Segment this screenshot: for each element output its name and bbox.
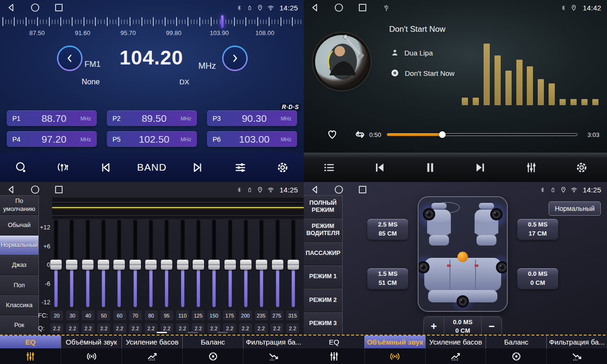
settings-gear-icon[interactable]: [272, 161, 293, 174]
nav-recents-icon[interactable]: [53, 184, 65, 195]
mixer-icon[interactable]: [521, 161, 542, 174]
fc-value-chip[interactable]: 125: [192, 310, 205, 320]
increase-delay-button[interactable]: +: [424, 317, 444, 337]
band-button[interactable]: BAND: [137, 162, 167, 173]
fc-value-chip[interactable]: 80: [145, 310, 158, 320]
eq-band-slider[interactable]: [193, 220, 204, 307]
fc-value-chip[interactable]: 150: [207, 310, 220, 320]
radio-broadcast-icon[interactable]: [53, 161, 74, 174]
mode-passenger[interactable]: ПАССАЖИР: [304, 242, 342, 265]
nav-back-icon[interactable]: [309, 184, 321, 195]
fc-value-chip[interactable]: 70: [129, 310, 142, 320]
eq-preset-default[interactable]: По умолчанию: [0, 195, 38, 215]
tab-surround[interactable]: Объёмный звук: [61, 336, 121, 364]
fc-value-chip[interactable]: 30: [66, 310, 79, 320]
next-station-icon[interactable]: [188, 161, 209, 174]
front-left-delay-button[interactable]: 2.5 MS 85 CM: [367, 219, 408, 240]
fc-value-chip[interactable]: 50: [97, 310, 110, 320]
fc-value-chip[interactable]: 200: [239, 310, 252, 320]
nav-recents-icon[interactable]: [357, 184, 368, 195]
tab-surround[interactable]: Объёмный звук: [364, 336, 425, 364]
nav-back-icon[interactable]: [309, 2, 321, 13]
eq-band-slider[interactable]: [208, 220, 220, 307]
fc-value-chip[interactable]: 175: [223, 310, 236, 320]
playlist-icon[interactable]: [318, 161, 339, 174]
eq-sliders-icon[interactable]: [230, 161, 251, 174]
nav-home-icon[interactable]: [333, 184, 345, 195]
tab-balance[interactable]: Баланс: [182, 336, 243, 364]
eq-band-slider[interactable]: [82, 220, 93, 307]
previous-track-icon[interactable]: [369, 161, 390, 174]
eq-band-slider[interactable]: [98, 220, 109, 307]
eq-preset-normal[interactable]: Нормальный: [0, 236, 38, 255]
nav-home-icon[interactable]: [29, 2, 41, 13]
delay-cm: 0 CM: [455, 327, 470, 335]
front-right-delay-button[interactable]: 0.5 MS 17 CM: [517, 219, 558, 240]
mode-driver[interactable]: РЕЖИМ ВОДИТЕЛЯ: [304, 218, 342, 242]
favorite-heart-icon[interactable]: [322, 128, 343, 140]
seek-bar[interactable]: [387, 133, 578, 136]
eq-band-slider[interactable]: [161, 220, 172, 307]
eq-band-slider[interactable]: [130, 220, 141, 307]
next-track-icon[interactable]: [470, 161, 491, 174]
nav-home-icon[interactable]: [29, 184, 41, 195]
eq-preset-classic[interactable]: Классика: [0, 295, 38, 315]
eq-preset-pop[interactable]: Поп: [0, 275, 38, 295]
sound-profile-button[interactable]: Нормальный: [549, 201, 601, 216]
preset-button-p5[interactable]: P5 102.50 MHz: [107, 131, 197, 147]
eq-band-slider[interactable]: [240, 220, 252, 307]
seek-bar-thumb[interactable]: [439, 131, 446, 138]
nav-home-icon[interactable]: [333, 2, 345, 13]
fc-value-chip[interactable]: 315: [286, 310, 299, 320]
nav-recents-icon[interactable]: [357, 2, 368, 13]
rear-right-delay-button[interactable]: 0.0 MS 0 CM: [517, 268, 558, 289]
eq-band-slider[interactable]: [288, 220, 299, 307]
fc-value-chip[interactable]: 275: [271, 310, 283, 320]
rear-left-delay-button[interactable]: 1.5 MS 51 CM: [367, 268, 408, 289]
fc-value-chip[interactable]: 40: [82, 310, 94, 320]
repeat-icon[interactable]: [349, 128, 370, 141]
tab-eq[interactable]: EQ: [0, 336, 61, 364]
tab-subwoofer-filter[interactable]: Фильтрация ба...: [546, 336, 607, 364]
mode-3[interactable]: РЕЖИМ 3: [304, 312, 342, 336]
previous-station-icon[interactable]: [95, 161, 116, 174]
preset-button-p1[interactable]: P1 88.70 MHz: [7, 110, 97, 126]
eq-band-slider[interactable]: [272, 220, 283, 307]
preset-button-p3[interactable]: P3 90.30 MHz: [207, 110, 297, 126]
tab-balance[interactable]: Баланс: [486, 336, 546, 364]
preset-button-p4[interactable]: P4 97.20 MHz: [7, 131, 97, 147]
preset-button-p2[interactable]: P2 89.50 MHz: [107, 110, 197, 126]
eq-band-slider[interactable]: [177, 220, 188, 307]
fc-value-chip[interactable]: 95: [160, 310, 173, 320]
nav-back-icon[interactable]: [6, 2, 17, 13]
tab-eq[interactable]: EQ: [304, 336, 364, 364]
eq-band-slider[interactable]: [50, 220, 62, 307]
eq-band-slider[interactable]: [224, 220, 236, 307]
eq-band-slider[interactable]: [145, 220, 157, 307]
mode-1[interactable]: РЕЖИМ 1: [304, 265, 342, 289]
tab-bass-boost[interactable]: Усиление басов: [425, 336, 486, 364]
tab-bass-boost[interactable]: Усиление басов: [121, 336, 182, 364]
frequency-ruler[interactable]: [0, 15, 304, 28]
eq-band-slider[interactable]: [66, 220, 77, 307]
seek-up-button[interactable]: [222, 46, 248, 71]
fc-value-chip[interactable]: 235: [255, 310, 268, 320]
fc-value-chip[interactable]: 60: [113, 310, 126, 320]
mode-full[interactable]: ПОЛНЫЙ РЕЖИМ: [304, 195, 342, 218]
seek-down-button[interactable]: [57, 46, 83, 71]
nav-back-icon[interactable]: [6, 184, 17, 195]
tab-subwoofer-filter[interactable]: Фильтрация ба...: [243, 336, 304, 364]
eq-preset-jazz[interactable]: Джаз: [0, 255, 38, 275]
nav-recents-icon[interactable]: [53, 2, 65, 13]
preset-button-p6[interactable]: P6 103.00 MHz: [207, 131, 297, 147]
pause-icon[interactable]: [420, 161, 440, 174]
fc-value-chip[interactable]: 20: [50, 310, 63, 320]
mode-2[interactable]: РЕЖИМ 2: [304, 289, 342, 312]
eq-band-slider[interactable]: [113, 220, 125, 307]
eq-preset-custom[interactable]: Обычай: [0, 215, 38, 235]
settings-gear-icon[interactable]: [571, 161, 592, 174]
search-icon[interactable]: [10, 161, 31, 174]
eq-band-slider[interactable]: [256, 220, 267, 307]
decrease-delay-button[interactable]: −: [482, 317, 502, 337]
fc-value-chip[interactable]: 110: [176, 310, 189, 320]
